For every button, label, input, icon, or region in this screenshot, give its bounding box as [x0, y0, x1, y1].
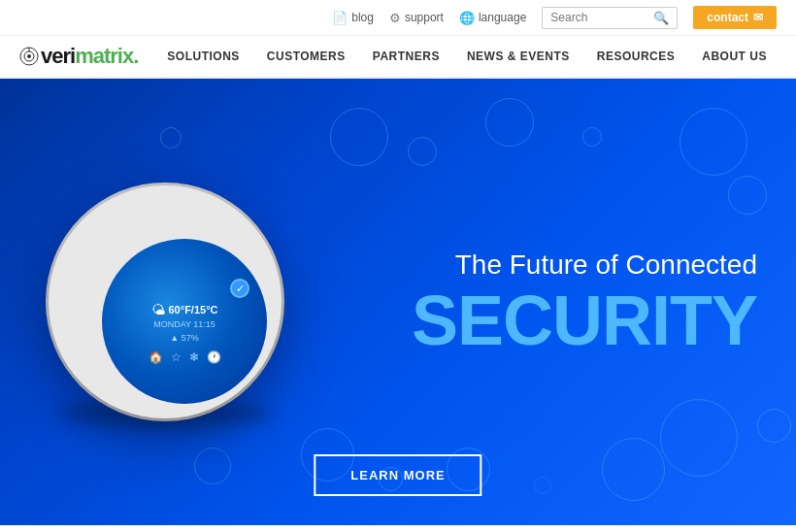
screen-date: MONDAY 11:15 [153, 319, 216, 329]
support-label: support [405, 11, 444, 24]
star-icon: ☆ [171, 350, 182, 364]
search-box: 🔍 [542, 7, 678, 29]
clock-icon: 🕐 [207, 350, 221, 364]
hero-section: ✓ 🌤 60°F/15°C MONDAY 11:15 ▲ 57% 🏠 ☆ ❄ 🕐 [0, 79, 796, 525]
logo-matrix: matrix. [75, 44, 138, 68]
contact-label: contact [707, 11, 748, 24]
bubble-13 [602, 438, 665, 501]
nav-solutions[interactable]: SOLUTIONS [167, 36, 240, 77]
bubble-8 [757, 409, 791, 443]
blog-label: blog [351, 11, 374, 24]
device-illustration: ✓ 🌤 60°F/15°C MONDAY 11:15 ▲ 57% 🏠 ☆ ❄ 🕐 [29, 166, 301, 438]
header-top-bar: 📄 blog ⚙ support 🌐 language 🔍 contact ✉ [0, 0, 796, 36]
bubble-15 [194, 448, 231, 484]
logo-veri: veri [41, 44, 75, 68]
logo-icon [19, 47, 39, 66]
screen-weather-row: 🌤 60°F/15°C [151, 302, 218, 317]
screen-humidity: ▲ 57% [170, 333, 198, 343]
checkmark-icon: ✓ [230, 279, 249, 298]
nav-partners[interactable]: PARTNERS [373, 36, 440, 77]
language-icon: 🌐 [459, 11, 475, 25]
blog-icon: 📄 [332, 11, 348, 25]
logo[interactable]: verimatrix. [19, 44, 138, 69]
nav-about-us[interactable]: ABOUT US [702, 36, 767, 77]
contact-button[interactable]: contact ✉ [693, 6, 777, 29]
nav-customers[interactable]: CUSTOMERS [267, 36, 346, 77]
temperature-text: 60°F/15°C [169, 304, 218, 316]
support-icon: ⚙ [389, 11, 401, 25]
support-link[interactable]: ⚙ support [389, 11, 444, 25]
blog-link[interactable]: 📄 blog [332, 11, 374, 25]
search-icon: 🔍 [653, 11, 669, 25]
hero-subtitle: The Future of Connected [412, 249, 757, 282]
search-input[interactable] [550, 11, 647, 24]
header-nav: verimatrix. SOLUTIONS CUSTOMERS PARTNERS… [0, 36, 796, 79]
puck-screen: ✓ 🌤 60°F/15°C MONDAY 11:15 ▲ 57% 🏠 ☆ ❄ 🕐 [102, 239, 267, 404]
logo-text: verimatrix. [41, 44, 138, 69]
bubble-2 [408, 137, 437, 166]
bubble-14 [160, 127, 182, 149]
snow-icon: ❄ [189, 350, 199, 364]
weather-icon: 🌤 [151, 302, 165, 317]
envelope-icon: ✉ [753, 11, 763, 24]
svg-point-2 [27, 54, 31, 58]
language-link[interactable]: 🌐 language [459, 11, 526, 25]
bubble-12 [534, 477, 551, 494]
hero-title: SECURITY [412, 285, 757, 355]
bubble-5 [680, 108, 747, 176]
bubble-3 [485, 98, 534, 147]
bubble-6 [728, 176, 767, 215]
learn-more-button[interactable]: LEARN MORE [314, 454, 481, 496]
screen-icons-row: 🏠 ☆ ❄ 🕐 [149, 350, 221, 364]
main-nav: SOLUTIONS CUSTOMERS PARTNERS NEWS & EVEN… [167, 36, 777, 77]
bubble-1 [330, 108, 388, 166]
puck-body: ✓ 🌤 60°F/15°C MONDAY 11:15 ▲ 57% 🏠 ☆ ❄ 🕐 [49, 185, 282, 418]
bubble-7 [660, 399, 738, 477]
nav-news-events[interactable]: NEWS & EVENTS [467, 36, 570, 77]
bubble-4 [582, 127, 602, 147]
nav-resources[interactable]: RESOURCES [597, 36, 676, 77]
home-icon: 🏠 [149, 350, 163, 364]
screen-top-row: ✓ [112, 279, 257, 298]
hero-text: The Future of Connected SECURITY [412, 249, 757, 355]
language-label: language [479, 11, 526, 24]
